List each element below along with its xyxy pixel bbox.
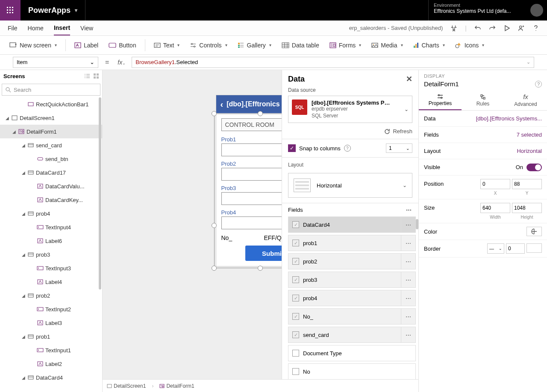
insert-media-button[interactable]: Media▾: [367, 39, 407, 51]
waffle-button[interactable]: [0, 0, 21, 20]
breadcrumb-item[interactable]: DetailForm1: [159, 383, 194, 389]
field-checkbox-icon[interactable]: ✓: [292, 295, 299, 301]
tree-node[interactable]: ◢prob1: [0, 330, 102, 343]
insert-forms-button[interactable]: Forms▾: [325, 39, 366, 51]
tree-view-icon[interactable]: [84, 73, 90, 79]
tree-node[interactable]: TextInput2: [0, 302, 102, 316]
tree-node[interactable]: Label3: [0, 316, 102, 330]
tree-node[interactable]: ◢send_card: [0, 138, 102, 152]
tree-node[interactable]: TextInput1: [0, 343, 102, 357]
insert-label-button[interactable]: Label: [70, 39, 103, 51]
field-checkbox-icon[interactable]: ✓: [292, 276, 299, 283]
tree-node-screen[interactable]: ◢DetailScreen1: [0, 111, 102, 125]
menu-view[interactable]: View: [80, 20, 93, 35]
chevron-down-icon[interactable]: ⌄: [404, 106, 409, 112]
tree-node[interactable]: TextInput3: [0, 261, 102, 275]
app-brand[interactable]: PowerApps ▾: [21, 0, 85, 20]
insert-button-button[interactable]: Button: [104, 39, 140, 51]
field-more-icon[interactable]: ⋯: [401, 327, 415, 342]
border-style-select[interactable]: —⌄: [487, 243, 504, 254]
field-row[interactable]: ✓No_⋯: [288, 308, 416, 325]
fx-icon[interactable]: fx⌄: [116, 59, 127, 66]
tree-node[interactable]: ◢DataCard17: [0, 166, 102, 179]
profile-button[interactable]: [526, 0, 547, 20]
field-more-icon[interactable]: ⋯: [401, 309, 415, 324]
border-width-input[interactable]: 0: [506, 243, 525, 254]
tree-node[interactable]: TextInput4: [0, 220, 102, 234]
field-row[interactable]: No: [288, 363, 416, 379]
tree-node[interactable]: ◢prob2: [0, 289, 102, 302]
share-icon[interactable]: [518, 25, 525, 32]
insert-charts-button[interactable]: Charts▾: [409, 39, 449, 51]
tree-scrollbar[interactable]: [99, 97, 101, 290]
tree-node[interactable]: DataCardValu...: [0, 179, 102, 193]
redo-icon[interactable]: [489, 25, 496, 32]
tree-node[interactable]: RectQuickActionBar1: [0, 97, 102, 111]
prop-data[interactable]: Data [dbo].[Efftronics Systems...: [419, 111, 547, 127]
tree-node[interactable]: ◢prob4: [0, 207, 102, 220]
tab-advanced[interactable]: fx Advanced: [504, 90, 547, 110]
property-selector[interactable]: Item ⌄: [13, 57, 98, 68]
formula-input[interactable]: BrowseGallery1.Selected ⌄: [132, 57, 534, 68]
menu-home[interactable]: Home: [28, 20, 44, 35]
insert-datatable-button[interactable]: Data table: [277, 39, 323, 51]
back-icon[interactable]: ‹: [221, 99, 224, 109]
search-input[interactable]: Search: [2, 84, 100, 96]
position-x-input[interactable]: 0: [480, 179, 510, 189]
snap-checkbox[interactable]: ✓: [288, 144, 296, 152]
undo-icon[interactable]: [474, 25, 481, 32]
border-color-picker[interactable]: [526, 243, 542, 253]
insert-text-button[interactable]: Text▾: [150, 39, 184, 51]
help-icon[interactable]: ?: [535, 81, 542, 88]
prop-layout[interactable]: Layout Horizontal: [419, 143, 547, 159]
play-icon[interactable]: [503, 25, 510, 32]
field-row[interactable]: ✓prob1⋯: [288, 235, 416, 251]
field-row[interactable]: ✓DataCard4⋯: [288, 216, 416, 233]
new-screen-button[interactable]: New screen▾: [5, 39, 61, 51]
field-row[interactable]: ✓prob3⋯: [288, 272, 416, 288]
color-picker[interactable]: [526, 227, 542, 236]
prop-fields[interactable]: Fields 7 selected: [419, 127, 547, 143]
fields-more-icon[interactable]: ⋯: [406, 207, 412, 213]
layout-selector[interactable]: Horizontal ⌄: [288, 173, 412, 198]
menu-insert[interactable]: Insert: [54, 20, 70, 35]
position-y-input[interactable]: 88: [512, 179, 542, 189]
insert-gallery-button[interactable]: Gallery▾: [233, 39, 276, 51]
environment-picker[interactable]: Environment Efftronics Systems Pvt Ltd (…: [428, 0, 526, 20]
close-icon[interactable]: ✕: [406, 74, 412, 84]
tree-node[interactable]: ◢DataCard4: [0, 371, 102, 384]
tab-properties[interactable]: Properties: [419, 90, 462, 110]
checker-icon[interactable]: [450, 25, 457, 32]
expand-formula-icon[interactable]: ⌄: [526, 59, 530, 65]
field-checkbox-icon[interactable]: ✓: [292, 240, 299, 246]
tree-node-detailform[interactable]: ◢DetailForm1: [0, 125, 102, 138]
insert-icons-button[interactable]: Icons▾: [451, 39, 488, 51]
field-more-icon[interactable]: ⋯: [401, 254, 415, 269]
menu-file[interactable]: File: [8, 20, 18, 35]
field-row[interactable]: ✓prob4⋯: [288, 290, 416, 306]
datasource-card[interactable]: SQL [dbo].[Efftronics Systems Pvt Ltd_..…: [288, 96, 412, 123]
tree-node[interactable]: Label4: [0, 275, 102, 289]
breadcrumb-item[interactable]: DetailScreen1: [107, 383, 146, 389]
refresh-button[interactable]: Refresh: [282, 126, 418, 139]
snap-columns-select[interactable]: 1⌄: [386, 143, 412, 153]
field-row[interactable]: Document Type: [288, 345, 416, 361]
field-more-icon[interactable]: ⋯: [401, 235, 415, 251]
field-more-icon[interactable]: ⋯: [401, 290, 415, 306]
tree-node[interactable]: ◢prob3: [0, 248, 102, 261]
field-row[interactable]: ✓send_card⋯: [288, 327, 416, 343]
insert-controls-button[interactable]: Controls▾: [185, 39, 231, 51]
tab-rules[interactable]: Rules: [462, 90, 504, 110]
field-checkbox-icon[interactable]: ✓: [292, 221, 299, 228]
field-checkbox-icon[interactable]: [292, 368, 299, 375]
field-more-icon[interactable]: ⋯: [401, 217, 415, 232]
thumbnail-view-icon[interactable]: [94, 73, 99, 79]
tree-node[interactable]: DataCardKey...: [0, 193, 102, 207]
help-icon[interactable]: [532, 25, 539, 32]
field-checkbox-icon[interactable]: ✓: [292, 313, 299, 320]
tree-node[interactable]: send_btn: [0, 152, 102, 166]
fields-scrollbar[interactable]: [416, 219, 418, 229]
field-row[interactable]: ✓prob2⋯: [288, 253, 416, 269]
size-width-input[interactable]: 640: [480, 203, 510, 213]
field-checkbox-icon[interactable]: [292, 350, 299, 357]
